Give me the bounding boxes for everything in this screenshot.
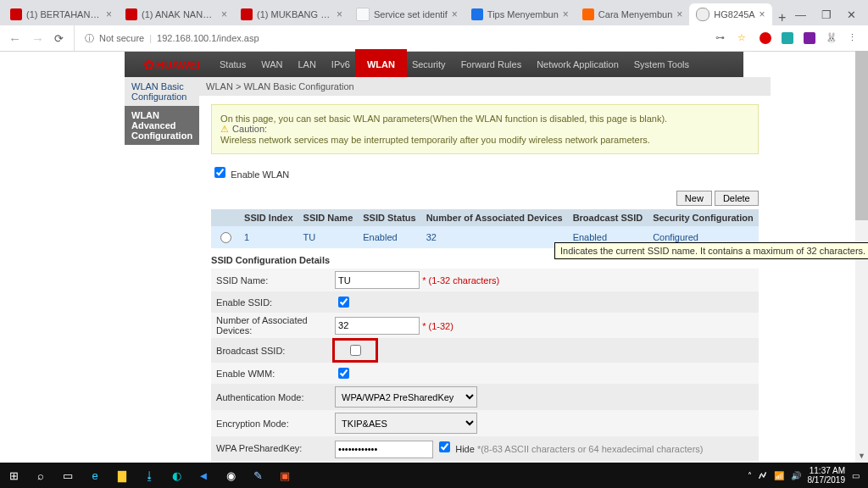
app-icon[interactable]: ✎ xyxy=(244,463,271,488)
close-icon[interactable]: × xyxy=(106,8,112,20)
search-icon[interactable]: ⌕ xyxy=(27,463,54,488)
enable-wmm-checkbox[interactable] xyxy=(338,368,349,379)
auth-mode-select[interactable]: WPA/WPA2 PreSharedKey xyxy=(335,386,477,408)
tab-title: (1) ANAK NANGIS xyxy=(142,9,217,19)
label-enable-wmm: Enable WMM: xyxy=(211,363,330,384)
col-ssid-status: SSID Status xyxy=(358,209,420,226)
clock[interactable]: 11:37 AM 8/17/2019 xyxy=(808,466,846,485)
maximize-icon[interactable]: ❐ xyxy=(821,8,832,21)
menu-wlan[interactable]: WLAN xyxy=(358,52,404,77)
chevron-up-icon[interactable]: ˄ xyxy=(748,471,752,480)
menu-system-tools[interactable]: System Tools xyxy=(626,52,697,77)
browser-tab-strip: (1) BERTAHAN DA× (1) ANAK NANGIS× (1) MU… xyxy=(0,0,868,25)
sidebar-item-wlan-basic[interactable]: WLAN Basic Configuration xyxy=(125,77,199,106)
main-content: WLAN > WLAN Basic Configuration On this … xyxy=(199,77,771,488)
browser-tab[interactable]: Cara Menyembun× xyxy=(576,3,689,25)
caution-label: Caution: xyxy=(232,124,267,134)
close-icon[interactable]: × xyxy=(221,8,227,20)
logo-text: HUAWEI xyxy=(156,58,200,71)
menu-icon[interactable]: ⋮ xyxy=(848,32,860,44)
menu-ipv6[interactable]: IPv6 xyxy=(324,52,358,77)
tab-title: Cara Menyembun xyxy=(598,9,672,19)
browser-tab[interactable]: (1) ANAK NANGIS× xyxy=(119,3,234,25)
extension-icon[interactable]: 🐰 xyxy=(826,32,837,44)
extension-icon[interactable] xyxy=(782,32,793,44)
url-field[interactable]: ⓘ Not secure | 192.168.100.1/index.asp xyxy=(74,25,705,51)
new-tab-button[interactable]: + xyxy=(772,10,793,25)
warning-icon: ⚠ xyxy=(220,124,229,134)
store-icon[interactable]: ⭳ xyxy=(136,463,163,488)
forward-button[interactable]: → xyxy=(31,31,44,46)
broadcast-ssid-checkbox[interactable] xyxy=(350,345,361,356)
label-psk: WPA PreSharedKey: xyxy=(211,436,330,461)
minimize-icon[interactable]: — xyxy=(795,8,806,21)
close-icon[interactable]: × xyxy=(676,8,682,20)
app-icon[interactable]: ◐ xyxy=(163,463,190,488)
encryption-mode-select[interactable]: TKIP&AES xyxy=(335,413,477,434)
hide-psk-checkbox[interactable] xyxy=(439,441,450,452)
delete-button[interactable]: Delete xyxy=(715,191,759,206)
opera-icon[interactable] xyxy=(760,32,771,44)
tab-title: HG8245A xyxy=(714,9,754,19)
wikipedia-icon xyxy=(356,8,370,21)
tooltip: Indicates the current SSID name. It cont… xyxy=(554,242,868,259)
battery-icon[interactable]: 🗲 xyxy=(759,471,767,480)
enable-wlan-label: Enable WLAN xyxy=(231,169,289,180)
close-icon[interactable]: × xyxy=(760,8,765,20)
task-view-icon[interactable]: ▭ xyxy=(54,463,81,488)
close-icon[interactable]: × xyxy=(337,8,342,20)
config-form: SSID Name: * (1-32 characters) Enable SS… xyxy=(211,269,759,488)
browser-tab[interactable]: (1) BERTAHAN DA× xyxy=(3,3,119,25)
new-button[interactable]: New xyxy=(676,191,712,206)
browser-tab[interactable]: Tips Menyembun× xyxy=(465,3,576,25)
menu-status[interactable]: Status xyxy=(212,52,253,77)
chrome-icon[interactable]: ◉ xyxy=(217,463,244,488)
close-window-icon[interactable]: ✕ xyxy=(847,8,856,21)
menu-network-application[interactable]: Network Application xyxy=(529,52,626,77)
telegram-icon[interactable]: ◄ xyxy=(190,463,217,488)
star-icon[interactable]: ☆ xyxy=(737,32,749,44)
menu-wan[interactable]: WAN xyxy=(253,52,290,77)
enable-wlan-checkbox[interactable] xyxy=(214,167,225,178)
browser-tab[interactable]: (1) MUKBANG SPE× xyxy=(234,3,349,25)
time-text: 11:37 AM xyxy=(808,466,846,475)
browser-tab-active[interactable]: HG8245A× xyxy=(689,3,771,25)
menu-lan[interactable]: LAN xyxy=(290,52,323,77)
close-icon[interactable]: × xyxy=(452,8,458,20)
app-icon[interactable]: ▣ xyxy=(271,463,298,488)
ssid-name-input[interactable] xyxy=(335,271,420,289)
favicon xyxy=(471,8,483,20)
not-secure-icon: ⓘ xyxy=(85,32,94,45)
enable-ssid-checkbox[interactable] xyxy=(338,297,349,308)
extension-icon[interactable] xyxy=(804,32,815,44)
menu-forward-rules[interactable]: Forward Rules xyxy=(453,52,530,77)
edge-icon[interactable]: e xyxy=(81,463,108,488)
notifications-icon[interactable]: ▭ xyxy=(852,471,860,480)
hide-label: Hide xyxy=(455,444,475,454)
sidebar-item-wlan-advanced[interactable]: WLAN Advanced Configuration xyxy=(125,106,199,145)
wifi-icon[interactable]: 📶 xyxy=(774,471,784,480)
key-icon[interactable]: ⊶ xyxy=(715,32,727,44)
volume-icon[interactable]: 🔊 xyxy=(791,471,801,480)
col-security: Security Configuration xyxy=(648,209,759,226)
hint: *(8-63 ASCII characters or 64 hexadecima… xyxy=(477,444,704,454)
num-devices-input[interactable] xyxy=(335,317,420,335)
browser-tab[interactable]: Service set identif× xyxy=(349,3,465,25)
scroll-down-icon[interactable]: ▼ xyxy=(855,450,868,463)
menu-security[interactable]: Security xyxy=(404,52,453,77)
close-icon[interactable]: × xyxy=(563,8,569,20)
psk-input[interactable] xyxy=(335,441,433,458)
back-button[interactable]: ← xyxy=(8,31,21,46)
taskbar: ⊞ ⌕ ▭ e ▇ ⭳ ◐ ◄ ◉ ✎ ▣ ˄ 🗲 📶 🔊 11:37 AM 8… xyxy=(0,463,868,488)
sidebar: WLAN Basic Configuration WLAN Advanced C… xyxy=(125,77,199,488)
reload-button[interactable]: ⟳ xyxy=(54,32,64,45)
scrollbar-thumb[interactable] xyxy=(855,51,868,220)
start-button[interactable]: ⊞ xyxy=(0,463,27,488)
youtube-icon xyxy=(10,8,22,20)
label-encryption-mode: Encryption Mode: xyxy=(211,410,330,436)
huawei-logo: ✿ HUAWEI xyxy=(125,57,212,73)
explorer-icon[interactable]: ▇ xyxy=(108,463,136,488)
globe-icon xyxy=(696,8,709,21)
col-broadcast: Broadcast SSID xyxy=(568,209,648,226)
row-select-radio[interactable] xyxy=(220,232,231,243)
